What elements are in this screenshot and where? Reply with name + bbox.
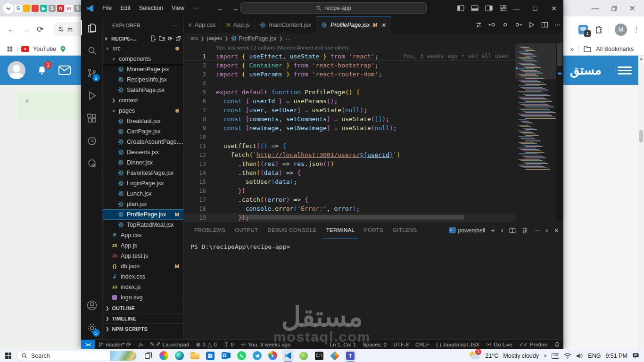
scroll-up-arrow[interactable]: ▲	[638, 56, 644, 62]
activity-accounts-icon[interactable]	[81, 294, 103, 317]
editor-tab-ProfilePage-jsx[interactable]: ProfilePage.jsxM✕	[316, 16, 391, 33]
collapse-all-icon[interactable]	[175, 35, 182, 41]
tree-item-Dinner-jsx[interactable]: Dinner.jsx	[103, 157, 184, 168]
taskbar-app-edge[interactable]	[173, 350, 185, 362]
tree-item-TopRatedMeal-jsx[interactable]: TopRatedMeal.jsx	[103, 220, 184, 230]
tree-item-SalahPage-jsx[interactable]: SalahPage.jsx	[103, 85, 184, 95]
start-button[interactable]	[0, 352, 16, 359]
tree-item-MomenPage-jsx[interactable]: MomenPage.jsx	[103, 64, 184, 74]
tree-item-src[interactable]: ∨src	[103, 43, 184, 54]
panel-tab-terminal[interactable]: TERMINAL	[322, 222, 359, 239]
activity-gitlens-inspect-icon[interactable]	[81, 152, 103, 175]
browser-forward-button[interactable]: →	[22, 25, 30, 34]
avatar[interactable]	[8, 61, 25, 79]
status-blame[interactable]: You, 3 weeks ago	[237, 340, 294, 349]
kill-terminal-icon[interactable]	[521, 227, 528, 234]
new-file-icon[interactable]	[150, 35, 156, 41]
tree-item-Lunch-jsx[interactable]: Lunch.jsx	[103, 189, 184, 199]
tray-expand-icon[interactable]: ∧	[544, 353, 547, 358]
all-bookmarks[interactable]: All Bookmarks	[596, 46, 634, 52]
status-language-mode[interactable]: { } JavaScript JSX	[433, 340, 483, 349]
menu-more[interactable]: ⋯	[189, 0, 203, 16]
maps-pin-icon[interactable]	[60, 45, 66, 53]
taskbar-app-file-explorer[interactable]	[189, 350, 200, 362]
breadcrumb-item-ProfilePage-jsx[interactable]: ProfilePage.jsx	[231, 35, 276, 42]
extension-icon[interactable]: 1	[578, 25, 588, 34]
panel-tab-output[interactable]: OUTPUT	[231, 222, 262, 239]
window-close-button[interactable]: ✕	[545, 0, 563, 16]
terminal-output[interactable]: PS D:\recipeApp\recipe-app>	[184, 239, 563, 250]
window-minimize-button[interactable]: —	[507, 0, 526, 16]
nav-back-icon[interactable]: ←	[217, 5, 223, 12]
status-problems[interactable]: ⊗0△0	[192, 340, 220, 349]
nav-forward-icon[interactable]: →	[232, 5, 239, 12]
volume-icon[interactable]	[576, 353, 583, 359]
status-ports[interactable]: 0	[220, 340, 237, 349]
breadcrumb-item--[interactable]: …	[285, 35, 291, 41]
touch-keyboard-icon[interactable]	[552, 353, 559, 359]
status-cursor-position[interactable]: Ln 1, Col 1	[327, 340, 360, 349]
breadcrumb-item-src[interactable]: src	[190, 35, 198, 41]
apps-grid-icon[interactable]	[7, 46, 13, 52]
status-commit-graph[interactable]	[134, 340, 147, 349]
browser-restore-icon[interactable]	[611, 6, 617, 11]
toggle-sidebar-icon[interactable]	[457, 5, 464, 11]
tree-item-FavoritesPage-jsx[interactable]: FavoritesPage.jsx	[103, 168, 184, 178]
previous-change-icon[interactable]	[488, 21, 495, 28]
tree-item-CreateAcountPage-[interactable]: CreateAcountPage....	[103, 137, 184, 147]
code-line-3[interactable]: 3import { useParams } from 'react-router…	[184, 70, 515, 79]
more-actions-icon[interactable]: ⋯	[554, 21, 561, 28]
editor-scrollbar[interactable]	[556, 43, 563, 222]
split-editor-icon[interactable]	[541, 21, 548, 28]
refresh-icon[interactable]: ⟳	[168, 35, 173, 42]
code-line-12[interactable]: 12 fetch(`http://localhost:3001/users/${…	[184, 150, 515, 159]
horizontal-scrollbar-thumb[interactable]	[240, 215, 464, 220]
activity-extensions-icon[interactable]	[81, 107, 103, 130]
activity-explorer-icon[interactable]	[81, 16, 103, 39]
hamburger-menu-icon[interactable]	[618, 65, 632, 76]
close-icon[interactable]: ✕	[25, 98, 30, 105]
panel-tab-gitlens[interactable]: GITLENS	[389, 222, 421, 239]
bookmarks-overflow[interactable]: »	[570, 45, 574, 53]
customize-layout-icon[interactable]	[499, 5, 507, 11]
minimap-viewport[interactable]	[515, 43, 556, 79]
editor-scrollbar-thumb[interactable]	[557, 43, 562, 66]
mail-icon[interactable]	[58, 66, 71, 75]
code-editor[interactable]: You, last week | 2 authors (Momen Ahmed …	[184, 43, 515, 222]
tree-item-App-js[interactable]: JSApp.js	[103, 240, 184, 251]
editor-tab-mainContent-jsx[interactable]: mainContent.jsx	[255, 16, 316, 33]
tray-temperature[interactable]: 21°C	[485, 353, 498, 359]
terminal-dropdown-icon[interactable]: ∨	[501, 228, 504, 233]
activity-run-debug-icon[interactable]	[81, 84, 103, 107]
code-line-9[interactable]: 9 const [newImage, setNewImage] = useSta…	[184, 123, 515, 132]
status-encoding[interactable]: UTF-8	[390, 340, 412, 349]
new-folder-icon[interactable]	[159, 35, 165, 41]
panel-more-icon[interactable]: ⋯	[534, 227, 539, 234]
code-line-11[interactable]: 11 useEffect(() => {	[184, 141, 515, 150]
tray-clock[interactable]: 9:51 PM	[605, 353, 627, 359]
tree-item-CartPage-jsx[interactable]: CartPage.jsx	[103, 126, 184, 137]
tab-search-button[interactable]	[3, 3, 14, 14]
code-line-16[interactable]: 16 })	[184, 186, 515, 195]
activity-search-icon[interactable]	[81, 39, 103, 62]
tree-item-plan-jsx[interactable]: plan.jsx	[103, 199, 184, 209]
scrollbar-thumb[interactable]	[639, 130, 643, 142]
tree-item-RecipesInfo-jsx[interactable]: RecipesInfo.jsx	[103, 74, 184, 85]
page-scrollbar[interactable]: ▲	[638, 56, 644, 349]
code-line-13[interactable]: 13 .then((res) => res.json())	[184, 159, 515, 168]
browser-tab-red-site[interactable]	[32, 5, 39, 12]
bookmark-youtube[interactable]: YouTube	[33, 46, 56, 52]
gitlens-annotate-icon[interactable]	[502, 21, 509, 28]
taskbar-app-drawio[interactable]	[329, 350, 340, 362]
section-npm-scripts[interactable]: ❯NPM SCRIPTS	[103, 323, 184, 334]
split-terminal-icon[interactable]	[509, 227, 516, 234]
taskbar-app-outlook[interactable]: O	[220, 350, 231, 362]
status-prettier[interactable]: ✓✓Prettier	[516, 340, 551, 349]
menu-view[interactable]: View	[167, 0, 189, 16]
activity-gitlens-icon[interactable]	[81, 130, 103, 152]
menu-edit[interactable]: Edit	[116, 0, 135, 16]
section-timeline[interactable]: ❯TIMELINE	[103, 313, 184, 323]
code-line-6[interactable]: 6 const { userId } = useParams();	[184, 97, 515, 106]
command-center-search[interactable]: recipe-app	[240, 2, 427, 14]
project-root-row[interactable]: ∨ RECIPE-... ⟳	[103, 34, 183, 43]
